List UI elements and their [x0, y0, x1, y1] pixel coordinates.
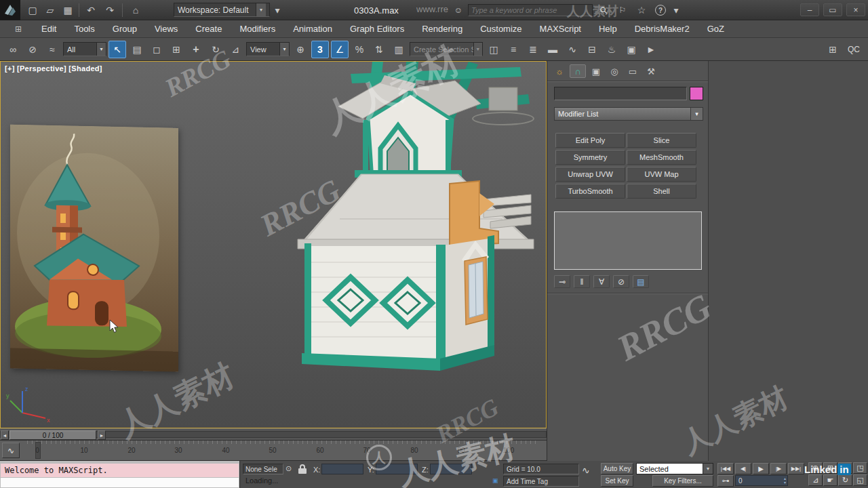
open-file-icon[interactable]: ▱ [42, 2, 58, 18]
display-tab-icon[interactable]: ▭ [625, 64, 641, 78]
select-and-rotate-icon[interactable]: ↻ [207, 41, 224, 58]
select-and-scale-icon[interactable]: ⊿ [226, 41, 244, 58]
help-icon[interactable]: ? [652, 2, 669, 18]
select-and-manipulate-icon[interactable]: ⊕ [292, 41, 309, 58]
show-end-result-icon[interactable]: ‖ [574, 275, 590, 288]
chevron-down-icon[interactable]: ▾ [256, 3, 266, 16]
menu-create[interactable]: Create [186, 21, 231, 37]
modifier-button-slice[interactable]: Slice [627, 133, 696, 148]
minimize-button[interactable]: – [800, 3, 819, 16]
previous-frame-button[interactable]: ◀| [735, 463, 751, 474]
previous-frame-arrow[interactable]: ◄ [1, 430, 9, 440]
mirror-icon[interactable]: ◫ [485, 41, 502, 58]
search-input[interactable] [468, 4, 593, 16]
menu-views[interactable]: Views [146, 21, 186, 37]
play-button[interactable]: ▶ [753, 463, 769, 474]
menu-maxscript[interactable]: MAXScript [531, 21, 590, 37]
key-mode-dropdown[interactable]: Selected ▾ [636, 463, 713, 474]
infocenter-flyout-icon[interactable]: ▾ [671, 2, 681, 18]
new-document-icon[interactable]: ▢ [24, 2, 41, 18]
set-key-button[interactable]: Set Key [601, 475, 633, 487]
modifier-stack-list[interactable] [554, 211, 702, 270]
selection-lock-icon[interactable] [298, 464, 308, 474]
render-production-icon[interactable]: ► [642, 41, 660, 58]
utilities-tab-icon[interactable]: ⚒ [643, 64, 659, 78]
new-key-tangent-icon[interactable]: ∿ [582, 465, 590, 476]
menu-help[interactable]: Help [590, 21, 626, 37]
select-by-name-icon[interactable]: ▤ [128, 41, 146, 58]
isolate-selection-icon[interactable]: ⊙ [285, 464, 292, 473]
zoom-extents-all-icon[interactable]: ◳ [853, 462, 867, 474]
restore-button[interactable]: ▭ [823, 3, 842, 16]
object-color-swatch[interactable] [690, 87, 703, 100]
select-object-icon[interactable]: ↖ [108, 41, 126, 58]
go-to-start-button[interactable]: |◀◀ [717, 463, 734, 474]
select-and-move-icon[interactable]: + [187, 41, 205, 58]
zoom-icon[interactable]: ⊕ [808, 462, 823, 474]
auto-key-button[interactable]: Auto Key [601, 463, 633, 474]
modifier-button-unwrapuvw[interactable]: Unwrap UVW [555, 167, 625, 182]
modifier-button-editpoly[interactable]: Edit Poly [555, 133, 625, 148]
pan-icon[interactable]: ☛ [823, 474, 837, 486]
menu-modifiers[interactable]: Modifiers [231, 21, 284, 37]
listener-input-line[interactable] [1, 478, 239, 487]
modifier-button-shell[interactable]: Shell [627, 184, 696, 199]
layer-manager-icon[interactable]: ≣ [524, 41, 542, 58]
bind-to-spacewarp-icon[interactable]: ≈ [43, 41, 61, 58]
modifier-button-meshsmooth[interactable]: MeshSmooth [627, 150, 696, 165]
viewport-label[interactable]: [+] [Perspective] [Shaded] [5, 64, 102, 73]
time-slider-handle[interactable]: 0 / 100 [9, 430, 96, 440]
workspace-dropdown[interactable]: Workspace: Default ▾ [174, 3, 270, 17]
max-logo-button[interactable] [0, 0, 20, 20]
sign-in-icon[interactable]: ☺ [450, 2, 467, 18]
motion-tab-icon[interactable]: ◎ [606, 64, 623, 78]
curve-editor-icon[interactable]: ∿ [564, 41, 581, 58]
named-selection-sets-icon[interactable]: ▥ [390, 41, 408, 58]
close-button[interactable]: × [846, 3, 865, 16]
percent-snap-icon[interactable]: % [351, 41, 368, 58]
menu-goz[interactable]: GoZ [698, 21, 733, 37]
menu-debrismaker2[interactable]: DebrisMaker2 [626, 21, 698, 37]
selection-filter-dropdown[interactable]: All ▾ [63, 42, 106, 56]
favorites-star-icon[interactable]: ☆ [633, 2, 650, 18]
modifier-button-uvwmap[interactable]: UVW Map [627, 167, 696, 182]
mini-curve-editor-icon[interactable]: ∿ [2, 443, 20, 458]
chevron-down-icon[interactable]: ▾ [279, 43, 289, 56]
z-coordinate-field[interactable] [430, 464, 472, 474]
chevron-down-icon[interactable]: ▾ [96, 43, 106, 56]
make-unique-icon[interactable]: ∀ [593, 275, 610, 288]
select-and-link-icon[interactable]: ∞ [4, 41, 22, 58]
redo-icon[interactable]: ↷ [102, 2, 118, 18]
undo-icon[interactable]: ↶ [83, 2, 99, 18]
menu-tools[interactable]: Tools [65, 21, 103, 37]
spinner-snap-icon[interactable]: ⇅ [370, 41, 388, 58]
zoom-all-icon[interactable]: ⊞ [823, 462, 837, 474]
add-time-tag[interactable]: Add Time Tag [503, 476, 579, 487]
search-icon[interactable]: ⚲ [592, 0, 615, 22]
track-bar[interactable]: ∿ 0 10 20 30 40 50 60 70 80 90 100 [0, 441, 547, 461]
unlink-selection-icon[interactable]: ⊘ [24, 41, 41, 58]
qc-plugin-button[interactable]: QC [844, 45, 864, 54]
configure-modifier-sets-icon[interactable]: ▤ [633, 275, 649, 288]
current-frame-field[interactable]: 0 ▴▾ [735, 475, 788, 486]
align-icon[interactable]: ≡ [505, 41, 522, 58]
object-name-field[interactable] [554, 87, 687, 100]
orbit-icon[interactable]: ↻ [838, 474, 852, 486]
chevron-down-icon[interactable]: ▾ [690, 108, 703, 120]
rendered-frame-window-icon[interactable]: ▣ [623, 41, 640, 58]
menu-animation[interactable]: Animation [284, 21, 341, 37]
save-icon[interactable]: ▦ [60, 2, 76, 18]
render-setup-icon[interactable]: ♨ [603, 41, 620, 58]
remove-modifier-icon[interactable]: ⊘ [613, 275, 629, 288]
named-selection-dropdown[interactable]: Create Selection S ▾ [410, 42, 483, 56]
window-crossing-icon[interactable]: ⊞ [167, 41, 185, 58]
snaps-toggle-3d-icon[interactable]: 3 [311, 41, 329, 58]
next-frame-button[interactable]: |▶ [770, 463, 787, 474]
schematic-view-icon[interactable]: ⊟ [583, 41, 601, 58]
chevron-down-icon[interactable]: ▾ [473, 43, 482, 56]
chevron-down-icon[interactable]: ▾ [703, 464, 713, 474]
x-coordinate-field[interactable] [321, 464, 363, 474]
modifier-list-dropdown[interactable]: Modifier List ▾ [554, 107, 703, 121]
next-frame-arrow[interactable]: ► [98, 430, 106, 440]
hierarchy-tab-icon[interactable]: ▣ [588, 64, 604, 78]
